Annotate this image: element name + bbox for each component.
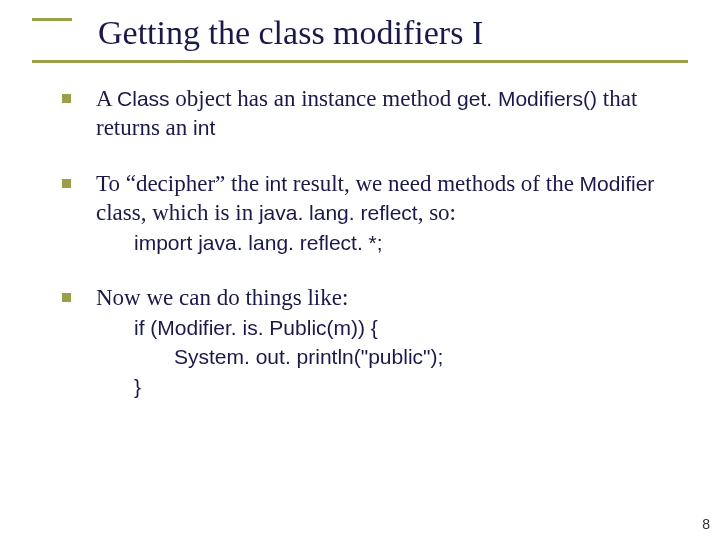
code-run: Class [117, 87, 170, 110]
code-line: if (Modifier. is. Public(m)) { [134, 316, 378, 339]
code-line: System. out. println("public"); [174, 345, 443, 368]
text-run: result, we need methods of the [293, 171, 580, 196]
slide-body: A Class object has an instance method ge… [62, 84, 690, 427]
text-run: , so: [418, 200, 456, 225]
text-run: object has an instance method [175, 86, 457, 111]
text-run: class, which is in [96, 200, 259, 225]
code-run: int [265, 172, 287, 195]
slide-title: Getting the class modifiers I [98, 14, 483, 52]
page-number: 8 [702, 516, 710, 532]
bullet-item: Now we can do things like: if (Modifier.… [62, 283, 690, 401]
code-run: get. Modifiers() [457, 87, 597, 110]
text-run: A [96, 86, 117, 111]
square-bullet-icon [62, 179, 71, 188]
bullet-item: To “decipher” the int result, we need me… [62, 169, 690, 257]
code-line: import java. lang. reflect. *; [134, 231, 383, 254]
accent-rule-bottom [32, 60, 688, 63]
bullet-item: A Class object has an instance method ge… [62, 84, 690, 143]
code-run: int [193, 116, 215, 139]
code-run: java. lang. reflect [259, 201, 418, 224]
code-line: } [134, 375, 141, 398]
square-bullet-icon [62, 94, 71, 103]
code-run: Modifier [580, 172, 655, 195]
square-bullet-icon [62, 293, 71, 302]
accent-rule-top [32, 18, 72, 21]
text-run: To “decipher” the [96, 171, 265, 196]
text-run: Now we can do things like: [96, 285, 348, 310]
